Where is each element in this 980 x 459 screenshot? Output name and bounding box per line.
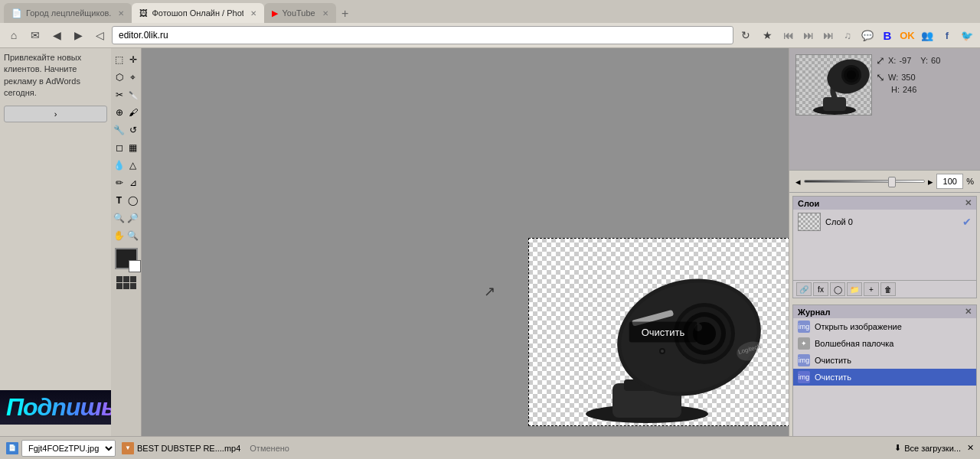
layer-fx-button[interactable]: fx — [813, 282, 828, 296]
resize-icon: ⤢ — [876, 54, 885, 67]
bookmark-button[interactable]: ★ — [758, 26, 776, 44]
layers-header: Слои ✕ — [793, 197, 976, 210]
tool-crop[interactable]: ✂ — [113, 86, 126, 103]
journal-item-open[interactable]: img Открыть изображение — [793, 318, 976, 335]
tool-pen[interactable]: ✏ — [113, 174, 126, 191]
journal-close-button[interactable]: ✕ — [965, 307, 972, 317]
layer-group-button[interactable]: 📁 — [847, 282, 862, 296]
tool-dodge[interactable]: △ — [126, 157, 139, 174]
opacity-right-arrow[interactable]: ▸ — [928, 176, 933, 187]
clear-button[interactable]: Очистить — [629, 322, 697, 343]
tool-brush[interactable]: 🖌 — [126, 104, 139, 121]
tab-youtube-close[interactable]: ✕ — [322, 9, 328, 18]
tool-notes[interactable]: 🔎 — [126, 210, 139, 226]
journal-header: Журнал ✕ — [793, 305, 976, 318]
journal-clear2-icon: img — [798, 371, 810, 383]
ok-icon[interactable]: OK — [899, 27, 916, 44]
tool-shape[interactable]: ◯ — [126, 192, 139, 209]
dimension-icon: ⤡ — [876, 71, 885, 83]
y-label: Y: — [920, 56, 928, 65]
tool-select-rect[interactable]: ⬚ — [113, 51, 126, 68]
tool-heal[interactable]: ⊕ — [113, 104, 126, 121]
journal-item-clear2[interactable]: img Очистить — [793, 369, 976, 386]
layers-close-button[interactable]: ✕ — [965, 198, 972, 208]
chat-icon[interactable]: 💬 — [859, 27, 876, 44]
tool-eraser[interactable]: ◻ — [113, 139, 126, 156]
home-button[interactable]: ⌂ — [5, 26, 23, 44]
tool-magic-wand[interactable]: ⌖ — [126, 69, 139, 86]
layer-link-button[interactable]: 🔗 — [796, 282, 812, 296]
opacity-input[interactable] — [936, 174, 963, 189]
opacity-left-arrow[interactable]: ◂ — [795, 176, 801, 187]
tool-text[interactable]: T — [113, 192, 126, 209]
all-downloads-button[interactable]: ⬇ Все загрузки... ✕ — [894, 443, 974, 453]
prev-track-button[interactable]: ⏮ — [779, 27, 796, 44]
facebook-icon[interactable]: f — [939, 27, 956, 44]
tab-youtube-label: YouTube — [282, 8, 315, 18]
tab-photoshop[interactable]: 🖼 Фотошоп Онлайн / Photos... ✕ — [132, 3, 264, 23]
tool-row-10: 🔍 🔎 — [113, 210, 139, 226]
layer-mask-button[interactable]: ◯ — [830, 282, 845, 296]
canvas-image-container[interactable]: Logitech Очистить — [528, 238, 789, 426]
tool-history-brush[interactable]: ↺ — [126, 122, 139, 138]
right-panel: ⤢ X: -97 Y: 60 ⤡ W: 350 H: 246 ◂ — [789, 48, 980, 459]
bottom-close-icon[interactable]: ✕ — [967, 443, 974, 453]
main-area: Привлекайте новых клиентов. Начните рекл… — [0, 48, 980, 459]
tool-gradient[interactable]: ▦ — [126, 139, 139, 156]
color-foreground[interactable] — [115, 248, 138, 269]
last-track-button[interactable]: ⏭ — [819, 27, 836, 44]
twitter-icon[interactable]: 🐦 — [959, 27, 975, 44]
next-track-button[interactable]: ⏭ — [799, 27, 816, 44]
tool-zoom[interactable]: 🔍 — [113, 210, 126, 226]
new-tab-button[interactable]: + — [336, 5, 354, 23]
opacity-slider[interactable] — [804, 180, 925, 183]
preview-thumbnail — [795, 54, 872, 116]
file-dropdown[interactable]: Fgjt4FOEzTPU.jpg — [21, 440, 116, 457]
slider-thumb[interactable] — [888, 177, 896, 187]
share-button[interactable]: ◁ — [90, 26, 109, 44]
download-info: ▼ BEST DUBSTEP RE....mp4 Отменено — [122, 442, 289, 454]
layer-0-visible[interactable]: ✔ — [962, 216, 972, 228]
journal-open-label: Открыть изображение — [815, 322, 902, 331]
layer-item-0[interactable]: Слой 0 ✔ — [793, 210, 976, 234]
layer-delete-button[interactable]: 🗑 — [880, 282, 896, 296]
tool-slice[interactable]: 🔪 — [126, 86, 139, 103]
canvas-checkered-bg: Logitech Очистить — [528, 238, 789, 426]
journal-item-clear1[interactable]: img Очистить — [793, 352, 976, 369]
pattern-selector — [116, 276, 136, 289]
email-button[interactable]: ✉ — [26, 26, 44, 44]
canvas-area[interactable]: ↗ — [142, 48, 789, 459]
friends-icon[interactable]: 👥 — [919, 27, 936, 44]
social-icons: ⏮ ⏭ ⏭ ♫ 💬 B OK 👥 f 🐦 — [779, 27, 975, 44]
tool-move[interactable]: ✛ — [126, 51, 139, 68]
svg-point-13 — [661, 350, 664, 353]
tool-path[interactable]: ⊿ — [126, 174, 139, 191]
tool-hand[interactable]: ✋ — [113, 227, 126, 244]
ad-button[interactable]: › — [4, 106, 107, 122]
forward-button[interactable]: ▶ — [69, 26, 87, 44]
tab-photoshop-close[interactable]: ✕ — [250, 9, 256, 18]
preview-webcam-svg — [796, 55, 872, 116]
coord-w-row: ⤡ W: 350 — [876, 71, 974, 83]
music-icon[interactable]: ♫ — [839, 27, 856, 44]
journal-item-wand[interactable]: ✦ Волшебная палочка — [793, 335, 976, 352]
reload-button[interactable]: ↻ — [737, 26, 755, 44]
layer-0-label: Слой 0 — [825, 217, 853, 226]
tab-youtube[interactable]: ▶ YouTube ✕ — [264, 3, 335, 23]
back-button[interactable]: ◀ — [47, 26, 66, 44]
tab-city-close[interactable]: ✕ — [118, 9, 124, 18]
tool-blur[interactable]: 💧 — [113, 157, 126, 174]
layers-empty-space — [793, 234, 976, 280]
tool-lasso[interactable]: ⬡ — [113, 69, 126, 86]
address-input[interactable] — [112, 26, 733, 44]
pattern-grid[interactable] — [116, 276, 136, 289]
tool-stamp[interactable]: 🔧 — [113, 122, 126, 138]
journal-clear2-label: Очистить — [815, 373, 851, 382]
bold-b-icon[interactable]: B — [879, 27, 896, 44]
layer-0-thumb — [798, 213, 821, 231]
tool-zoom2[interactable]: 🔍 — [126, 227, 139, 244]
tab-city-icon: 📄 — [11, 8, 22, 18]
tab-city[interactable]: 📄 Город лецплейщиков. ✕ — [4, 3, 132, 23]
bottom-bar: 📄 Fgjt4FOEzTPU.jpg ▼ BEST DUBSTEP RE....… — [0, 436, 980, 459]
layer-new-button[interactable]: + — [864, 282, 879, 296]
